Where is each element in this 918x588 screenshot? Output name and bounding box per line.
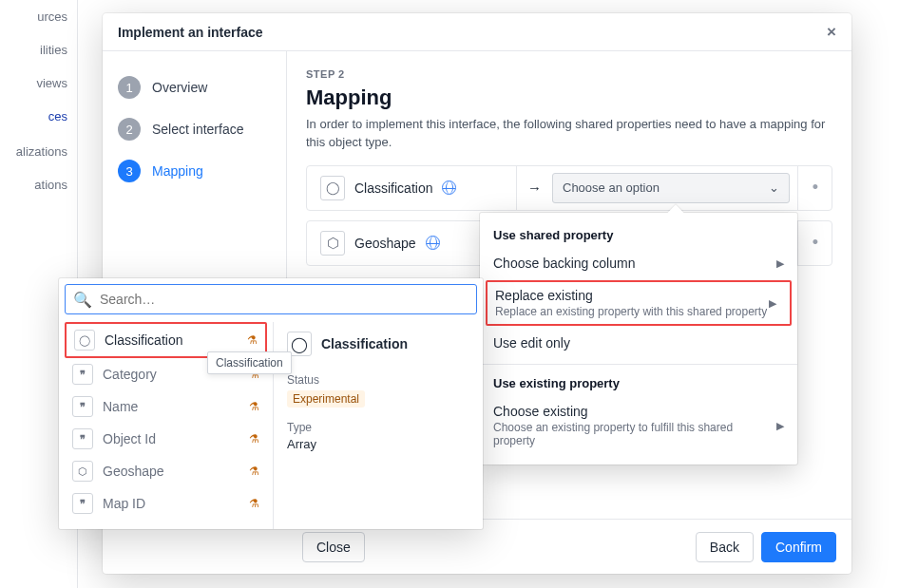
type-label: Type — [287, 421, 469, 434]
list-item-label: Name — [103, 399, 138, 414]
beaker-icon: ⚗ — [249, 465, 259, 478]
property-search-popover: 🔍 ◯ Classification ⚗ ❞ Category ⚗ ❞ Name… — [59, 278, 483, 529]
list-item-label: Category — [103, 367, 157, 382]
polygon-icon: ⬡ — [320, 231, 345, 256]
select-placeholder: Choose an option — [563, 180, 660, 195]
search-input-wrapper[interactable]: 🔍 — [65, 284, 477, 314]
close-icon[interactable]: × — [827, 24, 836, 40]
status-label: Status — [287, 373, 469, 387]
list-item[interactable]: ❞ Object Id ⚗ — [65, 423, 267, 455]
option-title: Replace existing — [495, 288, 782, 303]
chevron-right-icon: ▶ — [769, 297, 776, 310]
beaker-icon: ⚗ — [249, 432, 259, 446]
dropdown-section-header: Use existing property — [480, 370, 797, 396]
property-detail-panel: ◯ Classification Status Experimental Typ… — [274, 322, 483, 529]
globe-icon — [426, 236, 440, 250]
step-mapping[interactable]: 3Mapping — [116, 150, 273, 192]
list-item-label: Classification — [105, 332, 182, 348]
quote-icon: ❞ — [72, 364, 93, 385]
step-label: Overview — [152, 80, 207, 95]
list-item-label: Object Id — [103, 431, 156, 446]
step-indicator: STEP 2 — [306, 68, 832, 80]
step-label: Mapping — [152, 163, 203, 179]
list-item[interactable]: ❞ Name ⚗ — [65, 390, 267, 423]
search-icon: 🔍 — [73, 291, 92, 309]
shield-icon: ◯ — [74, 330, 95, 351]
list-item-label: Map ID — [103, 496, 145, 511]
option-description: Choose an existing property to fulfill t… — [493, 421, 769, 447]
mapping-option-dropdown: Use shared property Choose backing colum… — [480, 213, 797, 465]
confirm-button[interactable]: Confirm — [761, 532, 836, 562]
dropdown-section-header: Use shared property — [480, 222, 797, 248]
shield-icon: ◯ — [320, 176, 345, 200]
search-input[interactable] — [100, 292, 469, 307]
polygon-icon: ⬡ — [72, 461, 93, 482]
option-choose-existing[interactable]: Choose existing Choose an existing prope… — [480, 396, 797, 455]
quote-icon: ❞ — [72, 493, 93, 514]
modal-title: Implement an interface — [118, 25, 263, 40]
property-name: Classification — [354, 180, 432, 196]
quote-icon: ❞ — [72, 428, 93, 449]
option-title: Choose existing — [493, 404, 784, 419]
option-description: Replace an existing property with this s… — [495, 305, 771, 318]
back-button[interactable]: Back — [696, 532, 754, 562]
arrow-icon: → — [516, 166, 552, 210]
chevron-right-icon: ▶ — [776, 257, 784, 270]
status-badge: Experimental — [287, 390, 365, 408]
step-select-interface[interactable]: 2Select interface — [116, 108, 273, 150]
detail-name: Classification — [321, 336, 408, 351]
beaker-icon: ⚗ — [249, 400, 259, 413]
page-description: In order to implement this interface, th… — [306, 116, 832, 152]
close-button[interactable]: Close — [302, 532, 365, 562]
list-item[interactable]: ❞ Map ID ⚗ — [65, 487, 267, 520]
list-item-label: Geoshape — [103, 464, 164, 479]
step-overview[interactable]: 1Overview — [116, 66, 273, 108]
property-name: Geoshape — [354, 236, 416, 251]
list-item[interactable]: ⬡ Geoshape ⚗ — [65, 455, 267, 487]
tooltip: Classification — [207, 351, 292, 374]
chevron-down-icon: ⌄ — [769, 180, 779, 195]
mapping-row-classification: ◯ Classification → Choose an option ⌄ • — [306, 165, 832, 211]
option-replace-existing[interactable]: Replace existing Replace an existing pro… — [486, 280, 792, 326]
option-title: Use edit only — [493, 335, 784, 351]
beaker-icon: ⚗ — [247, 333, 258, 347]
row-menu-button[interactable]: • — [797, 221, 832, 265]
option-title: Choose backing column — [493, 256, 784, 271]
type-value: Array — [287, 437, 469, 451]
globe-icon — [442, 180, 456, 195]
chevron-right-icon: ▶ — [776, 420, 784, 432]
quote-icon: ❞ — [72, 396, 93, 417]
mapping-select[interactable]: Choose an option ⌄ — [552, 173, 790, 203]
modal-header: Implement an interface × — [103, 13, 851, 51]
step-label: Select interface — [152, 122, 244, 137]
row-menu-button[interactable]: • — [797, 166, 832, 210]
option-choose-backing-column[interactable]: Choose backing column ▶ — [480, 248, 797, 278]
beaker-icon: ⚗ — [249, 497, 259, 510]
page-title: Mapping — [306, 85, 832, 110]
option-use-edit-only[interactable]: Use edit only — [480, 328, 797, 358]
